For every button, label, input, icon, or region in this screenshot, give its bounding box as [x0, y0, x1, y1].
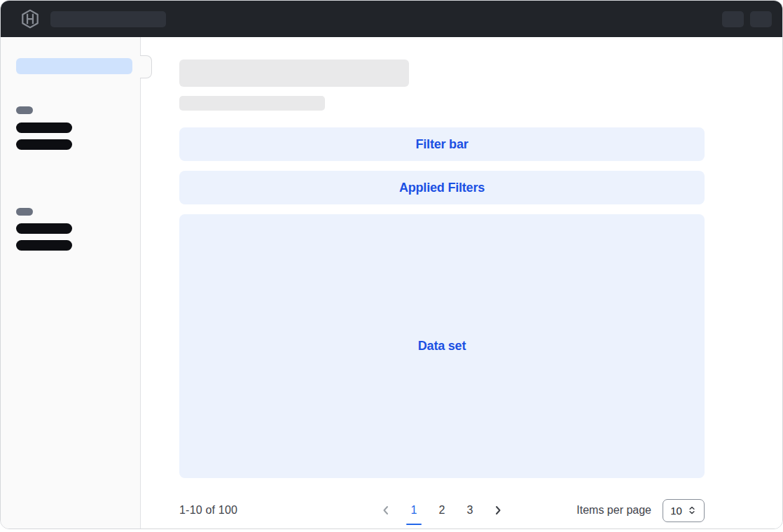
- chevron-left-icon: [380, 505, 392, 516]
- page-title-placeholder: [179, 59, 409, 87]
- main-content: Filter bar Applied Filters Data set 1-10…: [141, 37, 782, 529]
- pagination-nav: 1 2 3: [377, 502, 506, 519]
- items-per-page-select[interactable]: 10: [663, 499, 705, 522]
- sidebar-selected-item-placeholder[interactable]: [16, 58, 132, 74]
- app-window: Filter bar Applied Filters Data set 1-10…: [0, 0, 783, 529]
- page-button-1[interactable]: 1: [406, 504, 422, 517]
- applied-filters-region: Applied Filters: [179, 171, 705, 204]
- filter-bar-region: Filter bar: [179, 127, 705, 161]
- sidebar-collapse-toggle[interactable]: [140, 55, 152, 78]
- pagination-bar: 1-10 of 100 1 2 3 Items per page: [179, 498, 705, 523]
- sidebar-nav-item-placeholder[interactable]: [16, 122, 72, 133]
- topbar-button-placeholder[interactable]: [722, 11, 744, 27]
- items-per-page-value: 10: [670, 505, 682, 517]
- applied-filters-label: Applied Filters: [399, 181, 485, 195]
- data-set-region: Data set: [179, 214, 705, 478]
- items-per-page-label: Items per page: [576, 504, 651, 517]
- next-page-button[interactable]: [490, 502, 506, 519]
- topbar-button-placeholder[interactable]: [750, 11, 772, 27]
- chevron-right-icon: [492, 505, 504, 516]
- sidebar-section-label-placeholder: [16, 106, 33, 114]
- sidebar-nav-item-placeholder[interactable]: [16, 139, 72, 150]
- search-input-placeholder[interactable]: [50, 11, 166, 27]
- data-set-label: Data set: [418, 339, 466, 354]
- previous-page-button[interactable]: [377, 502, 394, 519]
- page-button-3[interactable]: 3: [462, 504, 478, 517]
- sidebar-nav-item-placeholder[interactable]: [16, 223, 72, 234]
- page-button-2[interactable]: 2: [434, 504, 450, 517]
- sidebar-nav-item-placeholder[interactable]: [16, 240, 72, 251]
- sidebar-section-label-placeholder: [16, 208, 33, 216]
- top-navigation-bar: [1, 1, 782, 37]
- hashicorp-logo-icon: [20, 8, 41, 29]
- pagination-range-info: 1-10 of 100: [179, 504, 377, 517]
- sidebar: [1, 37, 141, 529]
- filter-bar-label: Filter bar: [415, 137, 468, 152]
- page-subtitle-placeholder: [179, 96, 325, 111]
- caret-updown-icon: [687, 505, 697, 515]
